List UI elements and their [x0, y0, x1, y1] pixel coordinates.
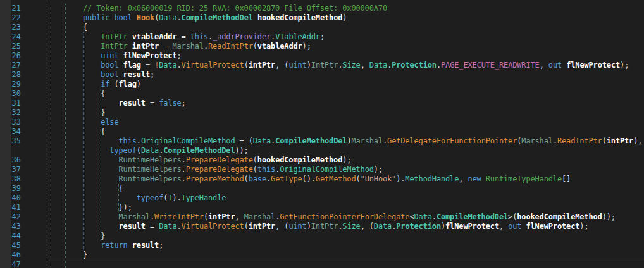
code-line-text[interactable]: result = false;: [21, 99, 186, 108]
line-number: 37: [0, 165, 21, 174]
line-number: 38: [0, 174, 21, 184]
code-row[interactable]: 33 else: [0, 118, 644, 127]
code-line-text[interactable]: this.OriginalCompileMethod = (Data.Compi…: [21, 137, 642, 146]
token-t: Data: [159, 222, 176, 231]
token-l: result: [119, 222, 146, 231]
code-line-text[interactable]: else: [21, 118, 119, 127]
code-line-text[interactable]: {: [21, 89, 105, 99]
code-line-text[interactable]: // Token: 0x06000019 RID: 25 RVA: 0x0000…: [21, 4, 387, 13]
token-s: IntPtr: [311, 222, 338, 231]
code-row[interactable]: 27 bool flag = !Data.VirtualProtect(intP…: [0, 61, 644, 70]
code-line-text[interactable]: IntPtr vtableAddr = this._addrProvider.V…: [21, 32, 325, 42]
token-p: (: [109, 80, 118, 88]
token-l: hookedCompileMethod: [257, 13, 342, 22]
code-row[interactable]: 25 IntPtr intPtr = Marshal.ReadIntPtr(vt…: [0, 42, 644, 51]
code-row[interactable]: 21 // Token: 0x06000019 RID: 25 RVA: 0x0…: [0, 4, 644, 13]
token-p: [253, 13, 257, 22]
token-p: ;: [159, 241, 163, 250]
indent-guide: [101, 89, 101, 118]
token-p: );: [579, 222, 588, 231]
token-p: {: [83, 23, 87, 32]
code-row[interactable]: 41 });: [0, 203, 644, 212]
code-line-text[interactable]: {: [21, 127, 105, 137]
code-row[interactable]: 40 typeof(T).TypeHandle: [0, 193, 644, 203]
code-line-text[interactable]: });: [21, 203, 132, 212]
token-m: GetType: [271, 174, 302, 183]
code-line-text[interactable]: {: [21, 184, 123, 193]
token-p: [119, 51, 123, 60]
code-row[interactable]: 47: [0, 260, 644, 268]
code-row[interactable]: 37 RuntimeHelpers.PrepareDelegate(this.O…: [0, 165, 644, 174]
document-end-separator: [47, 259, 644, 259]
code-line-text[interactable]: return result;: [21, 241, 163, 250]
indent-guide: [65, 4, 66, 268]
code-line-text[interactable]: if (flag): [21, 80, 141, 89]
token-m: GetDelegateForFunctionPointer: [387, 137, 517, 145]
code-line-text[interactable]: typeof(Data.CompileMethodDel));: [21, 146, 249, 155]
token-p: );: [302, 42, 311, 51]
code-line-text[interactable]: RuntimeHelpers.PrepareDelegate(hookedCom…: [21, 155, 351, 165]
token-p: .: [177, 61, 182, 70]
code-row[interactable]: 24 IntPtr vtableAddr = this._addrProvide…: [0, 32, 644, 42]
token-g: IntPtr: [101, 32, 127, 41]
token-p: []: [562, 174, 571, 183]
line-number: 23: [0, 23, 21, 32]
code-row[interactable]: 43 result = Data.VirtualProtect(intPtr, …: [0, 222, 644, 231]
code-row[interactable]: 45 return result;: [0, 241, 644, 250]
code-line-text[interactable]: }: [21, 231, 105, 241]
token-k: out: [508, 222, 521, 231]
code-line-text[interactable]: typeof(T).TypeHandle: [21, 193, 226, 203]
token-k: this: [257, 165, 275, 174]
code-line-text[interactable]: bool result;: [21, 70, 154, 80]
token-k: else: [101, 118, 118, 126]
token-l: result: [119, 99, 146, 107]
code-row[interactable]: 34 {: [0, 127, 644, 137]
code-line-text[interactable]: result = Data.VirtualProtect(intPtr, (ui…: [21, 222, 589, 231]
code-row[interactable]: 23 {: [0, 23, 644, 32]
token-t: Data: [159, 13, 176, 22]
code-line-text[interactable]: }: [21, 108, 105, 118]
code-line-text[interactable]: bool flag = !Data.VirtualProtect(intPtr,…: [21, 61, 629, 70]
token-l: intPtr: [249, 61, 275, 70]
code-row[interactable]: typeof(Data.CompileMethodDel));: [0, 146, 644, 155]
token-l: flNewProtect: [566, 61, 620, 70]
code-row[interactable]: 35 this.OriginalCompileMethod = (Data.Co…: [0, 137, 644, 146]
token-p: .: [137, 137, 141, 145]
code-row[interactable]: 42 Marshal.WriteIntPtr(intPtr, Marshal.G…: [0, 212, 644, 222]
line-number: 24: [0, 32, 21, 42]
token-p: .: [182, 174, 186, 183]
token-k: base: [249, 174, 266, 183]
code-line-text[interactable]: uint flNewProtect;: [21, 51, 182, 61]
code-line-text[interactable]: Marshal.WriteIntPtr(intPtr, Marshal.GetF…: [21, 212, 616, 222]
token-l: flNewProtect: [445, 222, 499, 231]
token-p: }: [83, 250, 87, 259]
code-row[interactable]: 38 RuntimeHelpers.PrepareMethod(base.Get…: [0, 174, 644, 184]
indent-guide: [47, 4, 47, 268]
code-row[interactable]: 36 RuntimeHelpers.PrepareDelegate(hooked…: [0, 155, 644, 165]
code-row[interactable]: 22 public bool Hook(Data.CompileMethodDe…: [0, 13, 644, 23]
token-m: VirtualProtect: [182, 222, 244, 231]
token-p: ,: [235, 212, 244, 221]
code-row[interactable]: 28 bool result;: [0, 70, 644, 80]
code-line-text[interactable]: RuntimeHelpers.PrepareDelegate(this.Orig…: [21, 165, 383, 174]
code-row[interactable]: 26 uint flNewProtect;: [0, 51, 644, 61]
code-row[interactable]: 32 }: [0, 108, 644, 118]
code-row[interactable]: 29 if (flag): [0, 80, 644, 89]
code-line-text[interactable]: [21, 260, 29, 268]
token-t: Data: [141, 146, 159, 155]
token-m: ReadIntPtr: [557, 137, 602, 145]
token-t: OriginalCompileMethod: [280, 165, 374, 174]
code-row[interactable]: 44 }: [0, 231, 644, 241]
code-line-text[interactable]: RuntimeHelpers.PrepareMethod(base.GetTyp…: [21, 174, 571, 184]
code-line-text[interactable]: public bool Hook(Data.CompileMethodDel h…: [21, 13, 347, 23]
token-p: [128, 241, 132, 250]
code-line-text[interactable]: {: [21, 23, 87, 32]
token-str: "UnHook": [361, 174, 397, 183]
token-p: , (: [361, 222, 374, 231]
token-m: PrepareDelegate: [186, 155, 253, 164]
line-number: 47: [0, 260, 21, 268]
code-row[interactable]: 31 result = false;: [0, 99, 644, 108]
code-row[interactable]: 39 {: [0, 184, 644, 193]
indent-guide: [101, 127, 101, 241]
code-row[interactable]: 30 {: [0, 89, 644, 99]
